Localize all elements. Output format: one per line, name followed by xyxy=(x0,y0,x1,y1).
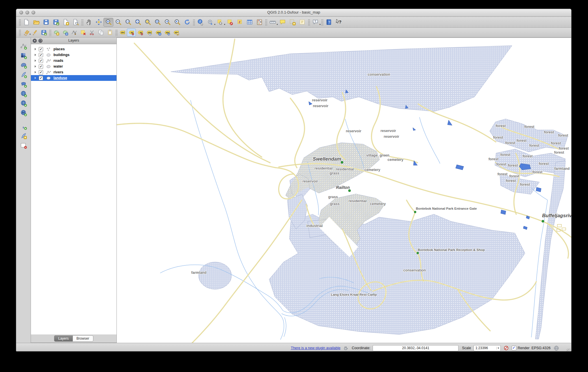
layer-labeling-options-icon[interactable]: abc xyxy=(118,29,127,36)
change-label-properties-icon[interactable]: abc xyxy=(172,29,181,36)
open-attribute-table-icon[interactable] xyxy=(245,18,254,27)
layer-row-water[interactable]: ✓ water xyxy=(31,64,117,69)
crs-projector-icon[interactable] xyxy=(554,345,559,351)
add-delimited-text-layer-icon[interactable]: , xyxy=(19,122,28,131)
toolbar-grip[interactable] xyxy=(19,19,21,26)
zoom-full-icon[interactable] xyxy=(133,18,143,27)
zoom-out-icon[interactable] xyxy=(113,18,123,27)
measure-line-icon[interactable]: ▾ xyxy=(268,18,278,27)
panel-close-icon[interactable]: ✕ xyxy=(33,39,37,43)
add-feature-icon[interactable] xyxy=(52,29,61,36)
panel-float-icon[interactable]: ❐ xyxy=(38,39,42,43)
expand-arrow-icon[interactable] xyxy=(35,54,36,56)
map-tips-icon[interactable] xyxy=(278,18,287,27)
composer-manager-icon[interactable] xyxy=(71,18,80,27)
add-wfs-layer-icon[interactable] xyxy=(19,108,28,117)
refresh-map-icon[interactable] xyxy=(182,18,192,27)
add-raster-layer-icon[interactable] xyxy=(19,51,28,60)
copy-features-icon[interactable] xyxy=(97,29,106,36)
add-wcs-layer-icon[interactable] xyxy=(19,99,28,107)
new-project-icon[interactable] xyxy=(21,18,31,27)
tab-browser[interactable]: Browser xyxy=(73,335,93,342)
select-features-icon[interactable]: ▾ xyxy=(215,18,225,27)
deselect-features-icon[interactable] xyxy=(225,18,235,27)
toolbar-grip[interactable] xyxy=(321,19,323,26)
new-spatialite-layer-icon[interactable] xyxy=(19,131,28,140)
zoom-next-icon[interactable] xyxy=(172,18,182,27)
toolbar-grip[interactable] xyxy=(308,19,310,26)
move-label-icon[interactable]: abc xyxy=(154,29,163,36)
map-canvas[interactable]: conservationconservationreservoirreservo… xyxy=(117,38,571,343)
resize-grip[interactable] xyxy=(566,349,571,351)
stop-render-icon[interactable] xyxy=(504,345,509,351)
titlebar[interactable]: QGIS 2.0.1-Dufour - basic_map xyxy=(16,9,571,17)
save-project-as-icon[interactable] xyxy=(51,18,61,27)
render-checkbox[interactable]: ✓ xyxy=(512,346,516,350)
toolbar-grip[interactable] xyxy=(81,19,83,26)
zoom-last-icon[interactable] xyxy=(162,18,172,27)
run-feature-action-icon[interactable]: ▾ xyxy=(205,18,215,27)
toolbar-grip[interactable] xyxy=(115,29,117,36)
chevron-down-icon[interactable]: ▼ xyxy=(496,347,500,349)
zoom-in-icon[interactable] xyxy=(103,18,113,27)
zoom-to-selection-icon[interactable] xyxy=(143,18,153,27)
show-hide-labels-icon[interactable]: abc xyxy=(145,29,154,36)
plugin-icon[interactable] xyxy=(343,346,348,351)
pan-to-selection-icon[interactable] xyxy=(94,18,103,27)
add-mssql-layer-icon[interactable] xyxy=(19,80,28,88)
highlight-pinned-labels-icon[interactable]: ab xyxy=(136,29,145,36)
layer-checkbox[interactable]: ✓ xyxy=(39,70,43,75)
zoom-actual-size-icon[interactable]: 1:1 xyxy=(123,18,133,27)
tab-layers[interactable]: Layers xyxy=(54,335,72,342)
cut-features-icon[interactable] xyxy=(88,29,97,36)
toolbar-grip[interactable] xyxy=(265,19,267,26)
new-bookmark-icon[interactable] xyxy=(287,18,297,27)
plugin-available-link[interactable]: There is a new plugin available xyxy=(291,346,341,350)
help-contents-icon[interactable]: ? xyxy=(324,18,334,27)
show-bookmarks-icon[interactable] xyxy=(297,18,307,27)
layer-checkbox[interactable]: ✓ xyxy=(39,53,43,57)
layer-checkbox[interactable]: ✓ xyxy=(39,59,43,63)
coordinate-input[interactable]: 20.3832,-34.0141 xyxy=(373,345,458,351)
pan-map-icon[interactable] xyxy=(84,18,94,27)
text-annotation-icon[interactable]: T▾ xyxy=(310,18,320,27)
new-shapefile-layer-icon[interactable] xyxy=(19,141,28,150)
zoom-to-layer-icon[interactable] xyxy=(153,18,162,27)
toolbar-grip[interactable] xyxy=(193,19,195,26)
layer-row-places[interactable]: ✓ places xyxy=(31,46,117,52)
node-tool-icon[interactable] xyxy=(70,29,79,36)
select-by-expression-icon[interactable]: ε xyxy=(235,18,245,27)
layer-checkbox[interactable]: ✓ xyxy=(39,64,43,69)
toolbar-grip[interactable] xyxy=(49,29,51,36)
expand-arrow-icon[interactable] xyxy=(35,77,36,79)
new-print-composer-icon[interactable] xyxy=(61,18,71,27)
expand-arrow-icon[interactable] xyxy=(35,48,36,50)
layer-row-rivers[interactable]: ✓ rivers xyxy=(31,69,117,75)
current-edits-icon[interactable]: ▾ xyxy=(21,29,30,36)
scale-combo[interactable]: 1:23396▼ xyxy=(474,345,501,351)
toolbar-grip[interactable] xyxy=(19,29,21,36)
field-calculator-icon[interactable] xyxy=(254,18,264,27)
layer-row-landuse[interactable]: ✓ landuse xyxy=(31,75,117,81)
move-feature-icon[interactable] xyxy=(61,29,70,36)
layer-checkbox[interactable]: ✓ xyxy=(39,47,43,51)
save-project-icon[interactable] xyxy=(41,18,51,27)
add-vector-layer-icon[interactable] xyxy=(19,42,28,50)
layer-row-roads[interactable]: ✓ roads xyxy=(31,58,117,64)
add-spatialite-layer-icon[interactable] xyxy=(19,70,28,79)
layer-checkbox[interactable]: ✓ xyxy=(39,76,43,80)
identify-features-icon[interactable]: i xyxy=(195,18,205,27)
whats-this-icon[interactable]: ? xyxy=(334,18,343,27)
expand-arrow-icon[interactable] xyxy=(35,65,36,68)
paste-features-icon[interactable] xyxy=(106,29,114,36)
toggle-editing-icon[interactable] xyxy=(30,29,39,36)
add-wms-layer-icon[interactable] xyxy=(19,89,28,98)
open-project-icon[interactable] xyxy=(31,18,41,27)
delete-selected-icon[interactable] xyxy=(79,29,88,36)
layer-row-buildings[interactable]: ✓ buildings xyxy=(31,52,117,58)
add-postgis-layer-icon[interactable] xyxy=(19,61,28,69)
rotate-label-icon[interactable]: abc xyxy=(163,29,172,36)
pin-unpin-labels-icon[interactable]: ab xyxy=(127,29,136,36)
save-layer-edits-icon[interactable] xyxy=(39,29,48,36)
expand-arrow-icon[interactable] xyxy=(35,59,36,62)
